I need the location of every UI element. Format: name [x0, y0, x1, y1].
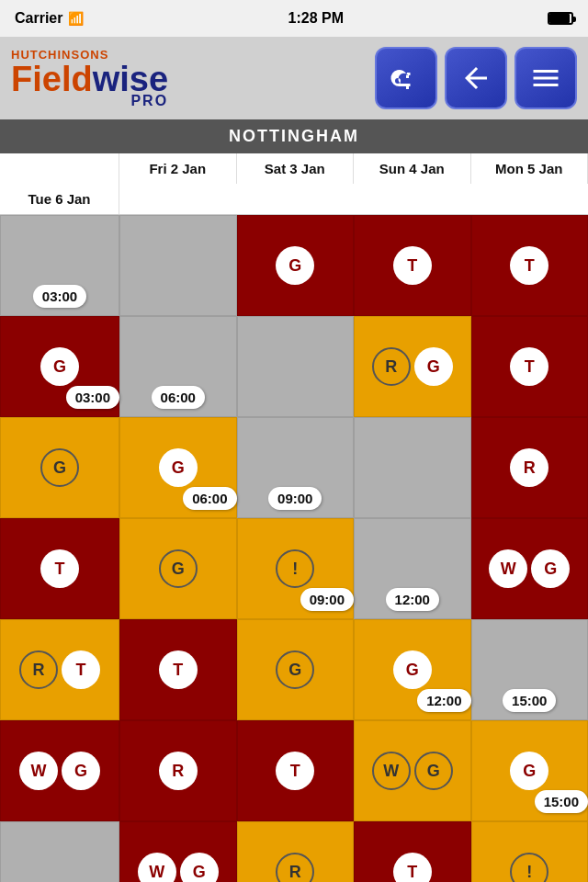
time-label-09:00: 09:00 [237, 417, 355, 518]
badge-w[interactable]: W [138, 853, 176, 882]
schedule-grid: 03:00GTTG03:0006:00RGTGG06:0009:00RTG!09… [0, 215, 588, 882]
location-bar: NOTTINGHAM [0, 119, 588, 153]
key-icon [390, 62, 423, 95]
key-button[interactable] [375, 47, 437, 109]
cell-row1-col4[interactable]: G06:00 [119, 417, 237, 518]
badge-g[interactable]: G [414, 752, 453, 790]
cell-row3-col3[interactable]: G [237, 619, 355, 720]
badge-t[interactable]: T [510, 246, 548, 285]
cell-row4-col2[interactable]: T [237, 720, 355, 821]
badge-r[interactable]: R [372, 347, 411, 386]
header-buttons [375, 47, 577, 109]
cell-row4-col3[interactable]: WG [354, 720, 471, 821]
badge-t[interactable]: T [393, 246, 432, 285]
cell-row3-col0[interactable]: WG [471, 518, 589, 619]
cell-row0-col2[interactable]: T [354, 215, 471, 316]
app-header: HUTCHINSONS Fieldwise PRO [0, 37, 588, 119]
time-label-06:00: 06:00 [119, 316, 237, 417]
badge-g[interactable]: G [40, 347, 79, 386]
time-label-18:00: 18:00 [0, 821, 119, 882]
cell-row4-col0[interactable]: WG [0, 720, 119, 821]
day-header-tue: Tue 6 Jan [0, 184, 119, 214]
status-time: 1:28 PM [288, 10, 344, 27]
right-time-12:00: 12:00 [417, 689, 470, 712]
day-header-sat: Sat 3 Jan [237, 153, 355, 184]
right-time-15:00: 15:00 [535, 790, 588, 813]
badge-g[interactable]: G [62, 752, 100, 790]
menu-button[interactable] [514, 47, 577, 109]
badge-g[interactable]: G [276, 650, 314, 689]
day-header-sun: Sun 4 Jan [354, 153, 471, 184]
badge-g[interactable]: G [180, 853, 219, 882]
cell-row0-col0[interactable] [119, 215, 237, 316]
cell-row3-col4[interactable]: G12:00 [354, 619, 471, 720]
cell-row2-col4[interactable]: !09:00 [237, 518, 355, 619]
badge-t[interactable]: T [510, 347, 548, 386]
badge-t[interactable]: T [62, 650, 100, 689]
badge-w[interactable]: W [19, 752, 58, 790]
brand-logo: HUTCHINSONS Fieldwise PRO [11, 48, 168, 109]
badge-w[interactable]: W [372, 752, 411, 790]
badge-![interactable]: ! [510, 853, 548, 882]
cell-row1-col2[interactable]: T [471, 316, 589, 417]
badge-t[interactable]: T [40, 549, 79, 588]
cell-row1-col1[interactable]: RG [354, 316, 471, 417]
badge-g[interactable]: G [393, 650, 432, 689]
back-button[interactable] [445, 47, 507, 109]
battery-icon [548, 12, 573, 25]
badge-![interactable]: ! [276, 549, 314, 588]
cell-row4-col4[interactable]: G15:00 [471, 720, 589, 821]
cell-row2-col3[interactable]: G [119, 518, 237, 619]
badge-g[interactable]: G [414, 347, 453, 386]
day-header-mon: Mon 5 Jan [471, 153, 589, 184]
right-time-06:00: 06:00 [183, 487, 236, 510]
cell-row2-col2[interactable]: T [0, 518, 119, 619]
badge-r[interactable]: R [276, 853, 314, 882]
time-text: 03:00 [33, 285, 86, 308]
badge-g[interactable]: G [159, 448, 198, 487]
badge-g[interactable]: G [531, 549, 570, 588]
wifi-icon: 📶 [68, 11, 84, 26]
badge-g[interactable]: G [159, 549, 198, 588]
menu-icon [529, 62, 562, 95]
badge-w[interactable]: W [489, 549, 527, 588]
cell-row5-col1[interactable]: R [237, 821, 355, 882]
fieldwise-label: Fieldwise [11, 62, 168, 96]
badge-g[interactable]: G [276, 246, 314, 285]
cell-row0-col4[interactable]: G03:00 [0, 316, 119, 417]
cell-row0-col3[interactable]: T [471, 215, 589, 316]
pro-label: PRO [130, 93, 168, 109]
cell-row1-col3[interactable]: G [0, 417, 119, 518]
time-label-03:00: 03:00 [0, 215, 119, 316]
location-label: NOTTINGHAM [229, 127, 359, 145]
badge-r[interactable]: R [19, 650, 58, 689]
time-label-15:00: 15:00 [471, 619, 589, 720]
badge-r[interactable]: R [510, 448, 548, 487]
time-text: 09:00 [268, 487, 322, 510]
cell-row3-col2[interactable]: T [119, 619, 237, 720]
right-time-03:00: 03:00 [66, 386, 119, 409]
status-carrier: Carrier 📶 [15, 10, 84, 27]
cell-row5-col2[interactable]: T [354, 821, 471, 882]
cell-row5-col0[interactable]: WG [119, 821, 237, 882]
time-text: 06:00 [152, 386, 205, 409]
cell-row0-col1[interactable]: G [237, 215, 355, 316]
cell-row1-col0[interactable] [237, 316, 355, 417]
day-header-fri: Fri 2 Jan [119, 153, 237, 184]
badge-g[interactable]: G [510, 752, 548, 790]
back-arrow-icon [459, 62, 492, 95]
right-time-09:00: 09:00 [300, 588, 354, 611]
badge-g[interactable]: G [40, 448, 79, 487]
badge-t[interactable]: T [393, 853, 432, 882]
cell-row3-col1[interactable]: RT [0, 619, 119, 720]
cell-row2-col0[interactable] [354, 417, 471, 518]
time-text: 15:00 [503, 689, 556, 712]
status-battery [548, 12, 573, 25]
cell-row4-col1[interactable]: R [119, 720, 237, 821]
badge-r[interactable]: R [159, 752, 198, 790]
cell-row5-col3[interactable]: ! [471, 821, 589, 882]
time-text: 12:00 [386, 588, 439, 611]
badge-t[interactable]: T [276, 752, 314, 790]
badge-t[interactable]: T [159, 650, 198, 689]
cell-row2-col1[interactable]: R [471, 417, 589, 518]
